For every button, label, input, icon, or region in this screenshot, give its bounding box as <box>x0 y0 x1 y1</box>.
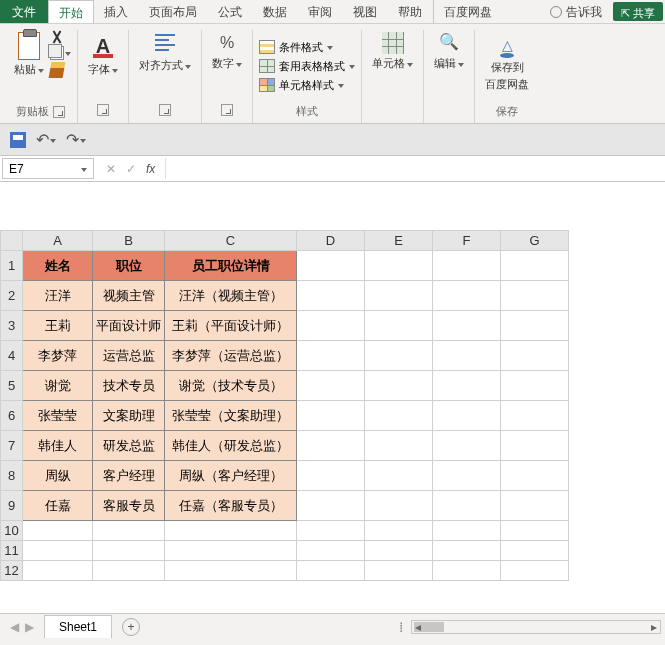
dialog-launcher-icon[interactable] <box>97 104 109 116</box>
cell[interactable] <box>297 311 365 341</box>
cell[interactable]: 客服专员 <box>93 491 165 521</box>
cell[interactable]: 技术专员 <box>93 371 165 401</box>
horizontal-scrollbar[interactable]: ◂ ▸ <box>411 620 661 634</box>
col-header[interactable]: F <box>433 231 501 251</box>
cell[interactable] <box>501 341 569 371</box>
cell[interactable] <box>365 541 433 561</box>
row-header[interactable]: 1 <box>1 251 23 281</box>
cell[interactable] <box>433 541 501 561</box>
dialog-launcher-icon[interactable] <box>53 106 65 118</box>
cell[interactable] <box>297 341 365 371</box>
alignment-button[interactable]: 对齐方式 <box>135 30 195 75</box>
menu-tab-3[interactable]: 公式 <box>208 0 253 23</box>
row-header[interactable]: 10 <box>1 521 23 541</box>
cell-styles-button[interactable]: 单元格样式 <box>259 77 344 94</box>
cell[interactable]: 王莉（平面设计师） <box>165 311 297 341</box>
row-header[interactable]: 6 <box>1 401 23 431</box>
cell[interactable] <box>93 521 165 541</box>
cells-button[interactable]: 单元格 <box>368 30 417 73</box>
cell[interactable] <box>433 251 501 281</box>
menu-tab-1[interactable]: 插入 <box>94 0 139 23</box>
worksheet[interactable]: ABCDEFG 1姓名职位员工职位详情2汪洋视频主管汪洋（视频主管）3王莉平面设… <box>0 230 665 613</box>
menu-tab-8[interactable]: 百度网盘 <box>433 0 503 23</box>
cell[interactable]: 韩佳人（研发总监） <box>165 431 297 461</box>
cell[interactable]: 平面设计师 <box>93 311 165 341</box>
cell[interactable]: 李梦萍 <box>23 341 93 371</box>
cell[interactable]: 研发总监 <box>93 431 165 461</box>
cell[interactable] <box>501 521 569 541</box>
select-all-corner[interactable] <box>1 231 23 251</box>
cell[interactable] <box>501 541 569 561</box>
menu-tab-2[interactable]: 页面布局 <box>139 0 208 23</box>
cell[interactable]: 视频主管 <box>93 281 165 311</box>
cell[interactable] <box>297 561 365 581</box>
row-header[interactable]: 4 <box>1 341 23 371</box>
format-as-table-button[interactable]: 套用表格格式 <box>259 58 355 75</box>
cell[interactable]: 员工职位详情 <box>165 251 297 281</box>
cell[interactable]: 客户经理 <box>93 461 165 491</box>
save-cloud-button[interactable]: 保存到 百度网盘 <box>481 30 533 94</box>
conditional-format-button[interactable]: 条件格式 <box>259 39 333 56</box>
row-header[interactable]: 5 <box>1 371 23 401</box>
save-icon[interactable] <box>10 132 26 148</box>
row-header[interactable]: 2 <box>1 281 23 311</box>
cell[interactable] <box>297 251 365 281</box>
sheet-tab[interactable]: Sheet1 <box>44 615 112 638</box>
cell[interactable] <box>501 371 569 401</box>
cell[interactable] <box>297 371 365 401</box>
cell[interactable] <box>365 491 433 521</box>
cell[interactable] <box>501 491 569 521</box>
cell[interactable] <box>501 251 569 281</box>
cell[interactable] <box>433 341 501 371</box>
cell[interactable] <box>501 401 569 431</box>
cell[interactable] <box>501 461 569 491</box>
cell[interactable] <box>433 371 501 401</box>
scroll-left-icon[interactable]: ◂ <box>412 620 424 634</box>
cell[interactable] <box>297 541 365 561</box>
cell[interactable] <box>297 281 365 311</box>
number-button[interactable]: % 数字 <box>208 30 246 73</box>
cell[interactable] <box>365 341 433 371</box>
cell[interactable] <box>365 561 433 581</box>
row-header[interactable]: 7 <box>1 431 23 461</box>
formula-input[interactable] <box>166 156 665 181</box>
cell[interactable] <box>297 431 365 461</box>
col-header[interactable]: G <box>501 231 569 251</box>
cell[interactable] <box>433 491 501 521</box>
cell[interactable] <box>23 561 93 581</box>
redo-button[interactable]: ↷ <box>66 130 86 149</box>
cell[interactable]: 文案助理 <box>93 401 165 431</box>
col-header[interactable]: A <box>23 231 93 251</box>
row-header[interactable]: 11 <box>1 541 23 561</box>
cell[interactable] <box>297 491 365 521</box>
cell[interactable]: 张莹莹（文案助理） <box>165 401 297 431</box>
confirm-icon[interactable]: ✓ <box>126 162 136 176</box>
cell[interactable] <box>433 561 501 581</box>
menu-tab-7[interactable]: 帮助 <box>388 0 433 23</box>
col-header[interactable]: B <box>93 231 165 251</box>
cell[interactable]: 李梦萍（运营总监） <box>165 341 297 371</box>
col-header[interactable]: D <box>297 231 365 251</box>
copy-button[interactable] <box>50 46 71 60</box>
cell[interactable] <box>93 541 165 561</box>
cell[interactable] <box>433 401 501 431</box>
col-header[interactable]: C <box>165 231 297 251</box>
cell[interactable]: 韩佳人 <box>23 431 93 461</box>
cell[interactable] <box>365 401 433 431</box>
cell[interactable]: 周纵 <box>23 461 93 491</box>
new-sheet-button[interactable]: + <box>122 618 140 636</box>
cell[interactable] <box>165 521 297 541</box>
font-button[interactable]: A 字体 <box>84 30 122 79</box>
cell[interactable] <box>501 281 569 311</box>
cell[interactable] <box>365 371 433 401</box>
cell[interactable] <box>365 461 433 491</box>
cell[interactable] <box>433 281 501 311</box>
cell[interactable] <box>93 561 165 581</box>
cell[interactable]: 汪洋 <box>23 281 93 311</box>
row-header[interactable]: 9 <box>1 491 23 521</box>
cell[interactable]: 张莹莹 <box>23 401 93 431</box>
paste-button[interactable]: 粘贴 <box>10 30 48 79</box>
cell[interactable] <box>365 251 433 281</box>
cell[interactable]: 汪洋（视频主管） <box>165 281 297 311</box>
cell[interactable] <box>433 461 501 491</box>
